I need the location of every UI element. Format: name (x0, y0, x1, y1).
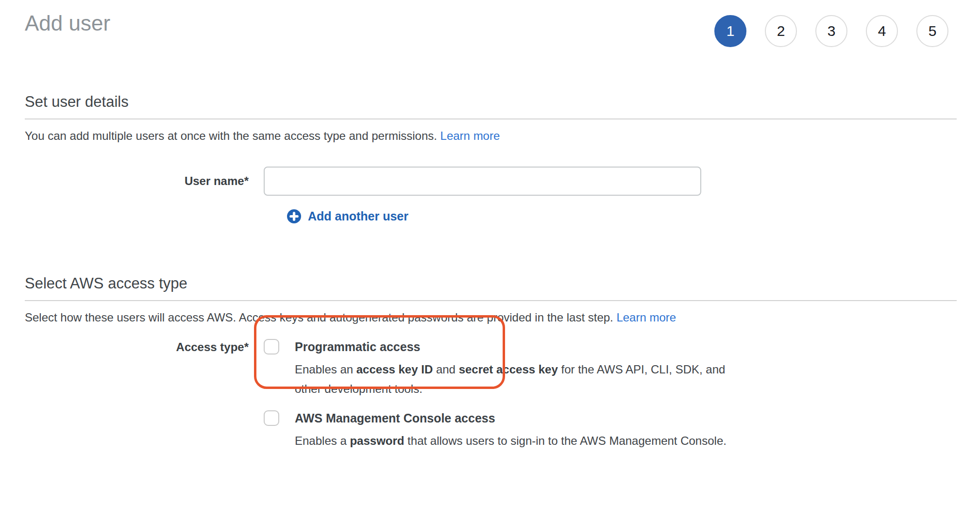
step-indicator-2[interactable]: 2 (765, 15, 797, 47)
option-programmatic-access: Programmatic access Enables an access ke… (264, 339, 727, 399)
console-access-checkbox[interactable] (264, 410, 279, 426)
console-access-body: AWS Management Console access Enables a … (295, 410, 727, 451)
wizard-steps: 1 2 3 4 5 (714, 15, 948, 47)
access-type-label: Access type* (25, 339, 249, 354)
user-details-intro: You can add multiple users at once with … (25, 129, 957, 142)
programmatic-access-checkbox[interactable] (264, 339, 279, 354)
step-indicator-4[interactable]: 4 (866, 15, 898, 47)
access-type-intro-text: Select how these users will access AWS. … (25, 311, 613, 324)
learn-more-link-user-details[interactable]: Learn more (440, 129, 500, 142)
programmatic-access-desc-line1: Enables an access key ID and secret acce… (295, 360, 725, 379)
username-input[interactable] (264, 167, 701, 196)
add-another-user-label[interactable]: Add another user (308, 209, 408, 223)
step-indicator-1[interactable]: 1 (714, 15, 746, 47)
access-type-row: Access type* Programmatic access Enables… (25, 339, 957, 451)
page-header: Add user 1 2 3 4 5 (25, 11, 957, 47)
access-type-intro: Select how these users will access AWS. … (25, 311, 957, 324)
section-divider (25, 300, 957, 301)
programmatic-access-desc-line2: other development tools. (295, 379, 725, 399)
add-another-user-button[interactable]: Add another user (287, 209, 408, 223)
step-indicator-3[interactable]: 3 (815, 15, 847, 47)
programmatic-access-body: Programmatic access Enables an access ke… (295, 339, 725, 399)
section-divider (25, 118, 957, 119)
learn-more-link-access-type[interactable]: Learn more (616, 311, 676, 324)
username-row: User name* (25, 167, 957, 196)
plus-icon[interactable] (287, 209, 301, 223)
option-console-access: AWS Management Console access Enables a … (264, 410, 727, 451)
user-details-intro-text: You can add multiple users at once with … (25, 129, 437, 142)
add-user-page: Add user 1 2 3 4 5 Set user details You … (0, 0, 980, 451)
section-heading-user-details: Set user details (25, 93, 957, 111)
step-indicator-5[interactable]: 5 (916, 15, 948, 47)
console-access-description: Enables a password that allows users to … (295, 431, 727, 451)
programmatic-access-title[interactable]: Programmatic access (295, 339, 725, 354)
page-title: Add user (25, 11, 110, 36)
console-access-desc-line1: Enables a password that allows users to … (295, 431, 727, 451)
username-label: User name* (25, 174, 249, 188)
section-heading-access-type: Select AWS access type (25, 274, 957, 293)
programmatic-access-description: Enables an access key ID and secret acce… (295, 360, 725, 399)
console-access-title[interactable]: AWS Management Console access (295, 410, 727, 426)
access-type-options: Programmatic access Enables an access ke… (264, 339, 727, 451)
